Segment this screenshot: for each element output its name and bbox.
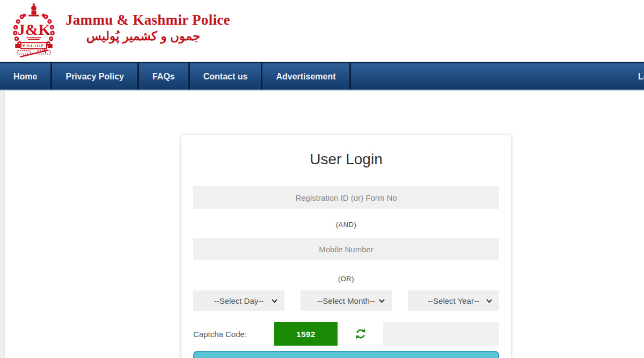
logo-monogram: J&K [17,21,50,38]
month-select[interactable]: --Select Month-- [301,290,392,311]
captcha-row: Captcha Code: 1592 [193,322,499,346]
dob-select-row: --Select Day-- --Select Month-- --Select… [193,290,499,311]
jk-police-emblem-logo: J&K POLICE [8,1,60,60]
and-separator-label: (AND) [193,221,499,229]
page-left-gutter [0,91,5,358]
login-card-title: User Login [193,149,499,170]
chevron-down-icon [379,299,385,303]
registration-id-input[interactable] [193,186,499,209]
year-select[interactable]: --Select Year-- [408,290,499,311]
nav-item-contact-us[interactable]: Contact us [190,63,263,90]
captcha-answer-input[interactable] [383,322,499,346]
year-select-value: --Select Year-- [428,296,479,305]
login-submit-button[interactable] [193,351,499,358]
main-navbar: Home Privacy Policy FAQs Contact us Adve… [0,62,644,91]
chevron-down-icon [486,299,492,303]
brand-block: Jammu & Kashmir Police جموں و کشمیر پُول… [65,12,221,43]
police-badge-icon: J&K POLICE [8,1,60,60]
nav-list: Home Privacy Policy FAQs Contact us Adve… [0,63,644,90]
day-select-value: --Select Day-- [214,296,264,305]
captcha-refresh-button[interactable] [354,327,367,340]
captcha-label: Captcha Code: [193,330,274,339]
nav-item-privacy-policy[interactable]: Privacy Policy [52,63,139,90]
nav-item-login-partial[interactable]: Login [638,63,644,90]
logo-banner-text: POLICE [23,43,45,48]
site-header: J&K POLICE Jammu & Kashmir Police جموں و… [0,0,644,62]
nav-item-faqs[interactable]: FAQs [139,63,190,90]
org-name-urdu: جموں و کشمیر پُولیس [65,29,221,43]
nav-item-advertisement[interactable]: Advertisement [262,63,350,90]
mobile-number-input[interactable] [193,238,499,260]
day-select[interactable]: --Select Day-- [193,290,284,311]
nav-item-home[interactable]: Home [0,63,52,90]
or-separator-label: (OR) [193,275,499,283]
org-name: Jammu & Kashmir Police [65,12,221,28]
captcha-code-text: 1592 [296,330,315,339]
user-login-card: User Login (AND) (OR) --Select Day-- --S… [181,135,511,358]
refresh-icon [354,327,367,340]
month-select-value: --Select Month-- [317,296,375,305]
captcha-code-image: 1592 [274,322,338,346]
chevron-down-icon [272,299,277,303]
